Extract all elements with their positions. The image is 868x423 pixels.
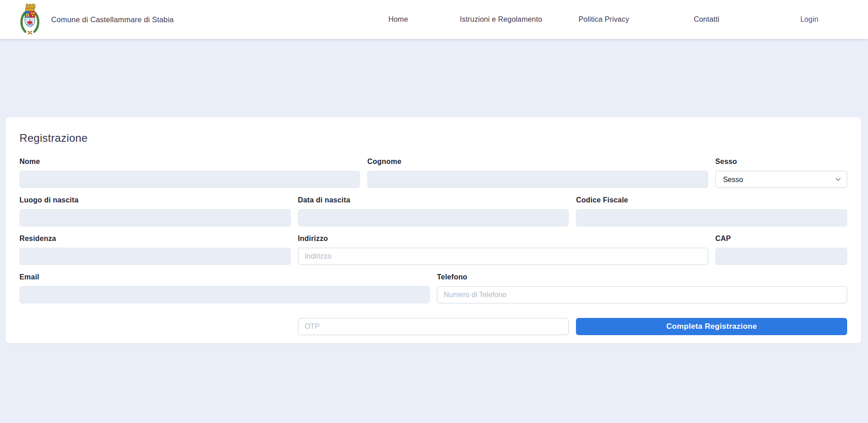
nome-input: [19, 171, 360, 188]
codice-fiscale-input: [576, 209, 847, 226]
form-row-5: Completa Registrazione: [19, 318, 847, 335]
luogo-nascita-field-group: Luogo di nascita: [19, 195, 291, 226]
residenza-input: [19, 248, 291, 265]
nav-link-politica-privacy[interactable]: Politica Privacy: [579, 15, 629, 23]
nav-link-login[interactable]: Login: [800, 15, 818, 23]
luogo-nascita-input: [19, 209, 291, 226]
otp-input[interactable]: [298, 318, 569, 335]
nome-label: Nome: [19, 156, 360, 167]
telefono-input[interactable]: [437, 286, 847, 303]
indirizzo-field-group: Indirizzo: [298, 233, 708, 265]
residenza-label: Residenza: [19, 233, 291, 244]
cap-label: CAP: [715, 233, 847, 244]
luogo-nascita-label: Luogo di nascita: [19, 195, 291, 206]
indirizzo-label: Indirizzo: [298, 233, 708, 244]
indirizzo-input[interactable]: [298, 248, 708, 265]
data-nascita-field-group: Data di nascita: [298, 195, 569, 226]
codice-fiscale-field-group: Codice Fiscale: [576, 195, 847, 226]
email-input: [19, 286, 430, 303]
cognome-label: Cognome: [367, 156, 708, 167]
sesso-select[interactable]: Sesso: [715, 171, 847, 188]
cognome-field-group: Cognome: [367, 156, 708, 188]
form-row-1: Nome Cognome Sesso Sesso: [19, 156, 847, 188]
nav-link-contatti[interactable]: Contatti: [694, 15, 719, 23]
top-navbar: B Comune di Castellammare di Stabia Home…: [0, 0, 868, 39]
form-row-2: Luogo di nascita Data di nascita Codice …: [19, 195, 847, 226]
codice-fiscale-label: Codice Fiscale: [576, 195, 847, 206]
municipality-crest-icon: B: [19, 3, 40, 36]
nav-link-istruzioni-regolamento[interactable]: Istruzioni e Regolamento: [460, 15, 542, 23]
form-row-4: Email Telefono: [19, 272, 847, 303]
sesso-label: Sesso: [715, 156, 847, 167]
email-field-group: Email: [19, 272, 430, 303]
nome-field-group: Nome: [19, 156, 360, 188]
main-content: Registrazione Nome Cognome Sesso Sesso: [0, 39, 868, 343]
residenza-field-group: Residenza: [19, 233, 291, 265]
otp-field-group: [298, 318, 569, 335]
sesso-field-group: Sesso Sesso: [715, 156, 847, 188]
nav-link-home[interactable]: Home: [388, 15, 408, 23]
email-label: Email: [19, 272, 430, 283]
cognome-input: [367, 171, 708, 188]
submit-group: Completa Registrazione: [576, 318, 847, 335]
cap-field-group: CAP: [715, 233, 847, 265]
telefono-label: Telefono: [437, 272, 847, 283]
registration-card: Registrazione Nome Cognome Sesso Sesso: [5, 117, 861, 343]
cap-input: [715, 248, 847, 265]
complete-registration-button[interactable]: Completa Registrazione: [576, 318, 847, 335]
telefono-field-group: Telefono: [437, 272, 847, 303]
navbar-brand[interactable]: B Comune di Castellammare di Stabia: [19, 3, 174, 36]
page-title: Registrazione: [19, 130, 847, 146]
data-nascita-input: [298, 209, 569, 226]
nav-menu: Home Istruzioni e Regolamento Politica P…: [347, 15, 861, 24]
svg-text:B: B: [25, 13, 29, 18]
data-nascita-label: Data di nascita: [298, 195, 569, 206]
brand-title: Comune di Castellammare di Stabia: [51, 15, 174, 24]
form-row-3: Residenza Indirizzo CAP: [19, 233, 847, 265]
